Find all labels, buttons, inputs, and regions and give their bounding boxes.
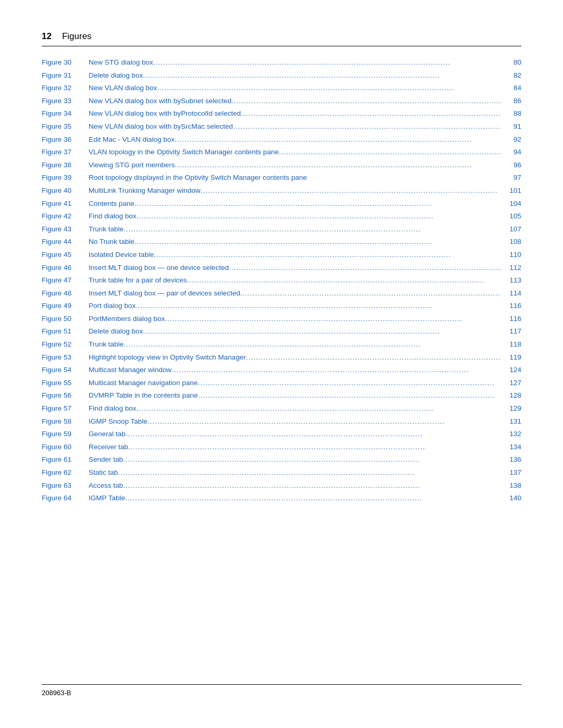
- toc-entry: Figure 33New VLAN dialog box with bySubn…: [42, 95, 521, 107]
- entry-title: MultiLink Trunking Manager window: [89, 185, 201, 196]
- header-title: Figures: [62, 31, 92, 42]
- entry-title: Trunk table: [89, 224, 124, 235]
- toc-entry: Figure 35New VLAN dialog box with bySrcM…: [42, 121, 521, 132]
- entry-dots: ........................................…: [143, 326, 500, 337]
- entry-wrapper: Highlight topology view in Optivity Swit…: [89, 352, 521, 363]
- entry-title: Delete dialog box: [89, 326, 143, 337]
- figure-label: Figure 53: [42, 352, 89, 363]
- toc-entry: Figure 32New VLAN dialog box ...........…: [42, 82, 521, 94]
- toc-entry: Figure 56DVMRP Table in the contents pan…: [42, 390, 521, 401]
- entry-title: Isolated Device table: [89, 249, 154, 261]
- figure-label: Figure 33: [42, 95, 89, 107]
- entry-title: No Trunk table: [89, 236, 134, 248]
- entry-wrapper: Find dialog box ........................…: [89, 211, 521, 222]
- entry-dots: ........................................…: [123, 480, 500, 491]
- toc-entry: Figure 63Access tab ....................…: [42, 480, 521, 491]
- entry-wrapper: Find dialog box ........................…: [89, 403, 521, 414]
- entry-wrapper: New STG dialog box .....................…: [89, 57, 521, 68]
- entry-title: New VLAN dialog box with byProtocolId se…: [89, 108, 241, 119]
- entry-wrapper: Sender tab .............................…: [89, 454, 521, 465]
- entry-page-number: 116: [500, 313, 521, 325]
- toc-entry: Figure 57Find dialog box ...............…: [42, 403, 521, 414]
- toc-entry: Figure 50PortMembers dialog box ........…: [42, 313, 521, 325]
- figure-label: Figure 43: [42, 224, 89, 235]
- entry-wrapper: MultiLink Trunking Manager window ......…: [89, 185, 521, 196]
- entry-title: Edit Mac - VLAN dialog box: [89, 134, 175, 145]
- toc-entry: Figure 64IGMP Table ....................…: [42, 492, 521, 504]
- entry-dots: ........................................…: [125, 492, 500, 504]
- entry-page-number: 119: [500, 352, 521, 363]
- figure-label: Figure 35: [42, 121, 89, 132]
- entry-dots: ........................................…: [172, 364, 500, 376]
- entry-page-number: 107: [500, 224, 521, 235]
- toc-entry: Figure 45Isolated Device table .........…: [42, 249, 521, 261]
- entry-wrapper: New VLAN dialog box ....................…: [89, 82, 521, 94]
- entry-wrapper: Trunk table ............................…: [89, 339, 521, 350]
- figure-label: Figure 55: [42, 377, 89, 389]
- figure-label: Figure 30: [42, 57, 89, 68]
- entry-title: Viewing STG port members: [89, 159, 175, 171]
- entry-dots: ........................................…: [123, 454, 500, 465]
- entry-title: Insert MLT dialog box — one device selec…: [89, 262, 229, 274]
- entry-page-number: 108: [500, 236, 521, 248]
- toc-table: Figure 30New STG dialog box ............…: [42, 57, 521, 674]
- entry-dots: ........................................…: [124, 339, 500, 350]
- entry-page-number: 86: [500, 95, 521, 107]
- entry-title: General tab: [89, 428, 126, 440]
- header-number: 12: [42, 31, 52, 42]
- entry-page-number: 113: [500, 275, 521, 286]
- toc-entry: Figure 49Port dialog box ...............…: [42, 300, 521, 312]
- entry-title: New VLAN dialog box: [89, 82, 157, 94]
- entry-wrapper: VLAN topology in the Optivity Switch Man…: [89, 146, 521, 158]
- toc-entry: Figure 39Root topology displayed in the …: [42, 172, 521, 183]
- figure-label: Figure 47: [42, 275, 89, 286]
- entry-wrapper: Delete dialog box ......................…: [89, 70, 521, 81]
- entry-dots: ........................................…: [134, 198, 500, 209]
- figure-label: Figure 46: [42, 262, 89, 274]
- toc-entry: Figure 60Receiver tab ..................…: [42, 441, 521, 453]
- entry-dots: ........................................…: [157, 82, 500, 94]
- entry-dots: ........................................…: [137, 211, 500, 222]
- toc-entry: Figure 41Contents pane .................…: [42, 198, 521, 209]
- toc-entry: Figure 40MultiLink Trunking Manager wind…: [42, 185, 521, 196]
- entry-title: Trunk table for a pair of devices: [89, 275, 187, 286]
- toc-entry: Figure 61Sender tab ....................…: [42, 454, 521, 465]
- figure-label: Figure 49: [42, 300, 89, 312]
- entry-wrapper: Access tab .............................…: [89, 480, 521, 491]
- figure-label: Figure 50: [42, 313, 89, 325]
- figure-label: Figure 54: [42, 364, 89, 376]
- entry-title: Multicast Manager navigation pane: [89, 377, 198, 389]
- figure-label: Figure 41: [42, 198, 89, 209]
- figure-label: Figure 59: [42, 428, 89, 440]
- toc-entry: Figure 51Delete dialog box .............…: [42, 326, 521, 337]
- entry-wrapper: IGMP Snoop Table .......................…: [89, 416, 521, 427]
- entry-wrapper: No Trunk table .........................…: [89, 236, 521, 248]
- figure-label: Figure 48: [42, 288, 89, 299]
- entry-page-number: 110: [500, 249, 521, 261]
- entry-page-number: 127: [500, 377, 521, 389]
- entry-dots: ........................................…: [241, 108, 500, 119]
- figure-label: Figure 64: [42, 492, 89, 504]
- entry-title: New VLAN dialog box with bySubnet select…: [89, 95, 231, 107]
- entry-wrapper: Multicast Manager window ...............…: [89, 364, 521, 376]
- toc-entry: Figure 58IGMP Snoop Table ..............…: [42, 416, 521, 427]
- entry-wrapper: Port dialog box ........................…: [89, 300, 521, 312]
- page-footer: 208963-B: [42, 684, 521, 697]
- figure-label: Figure 52: [42, 339, 89, 350]
- entry-wrapper: Trunk table ............................…: [89, 224, 521, 235]
- entry-page-number: 134: [500, 441, 521, 453]
- entry-page-number: 80: [500, 57, 521, 68]
- toc-entry: Figure 37VLAN topology in the Optivity S…: [42, 146, 521, 158]
- toc-entry: Figure 53Highlight topology view in Opti…: [42, 352, 521, 363]
- entry-dots: ........................................…: [118, 467, 500, 478]
- toc-entry: Figure 52Trunk table ...................…: [42, 339, 521, 350]
- entry-dots: ........................................…: [148, 416, 500, 427]
- entry-page-number: 94: [500, 146, 521, 158]
- entry-title: New STG dialog box: [89, 57, 153, 68]
- entry-title: Contents pane: [89, 198, 134, 209]
- entry-dots: ........................................…: [279, 146, 500, 158]
- figure-label: Figure 39: [42, 172, 89, 183]
- entry-title: Multicast Manager window: [89, 364, 172, 376]
- entry-wrapper: New VLAN dialog box with bySrcMac select…: [89, 121, 521, 132]
- entry-title: Find dialog box: [89, 403, 137, 414]
